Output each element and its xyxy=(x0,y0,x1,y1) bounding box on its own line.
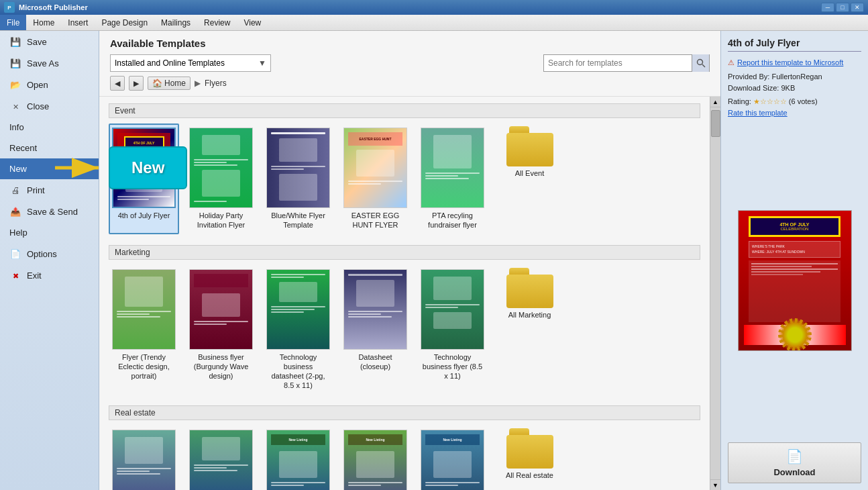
sidebar-item-exit[interactable]: Exit xyxy=(0,264,99,286)
sidebar-item-save[interactable]: Save xyxy=(0,31,99,52)
thumb-multi-simple xyxy=(112,430,176,490)
app-icon: P xyxy=(4,2,15,13)
print-icon xyxy=(9,185,21,195)
template-new-listing-premier[interactable]: New Listing New listing flyer (Premier, … xyxy=(340,426,411,490)
sidebar-label-recent: Recent xyxy=(9,143,37,153)
template-pta[interactable]: PTA recyling fundraiser flyer xyxy=(417,124,488,234)
template-new-listing-arrows[interactable]: New Listing New listing flyer (Arrows, p… xyxy=(417,426,488,490)
section-event: Event xyxy=(109,103,700,118)
thumb-holiday-party xyxy=(189,128,253,208)
scrollbar-up[interactable]: ▲ xyxy=(710,97,721,107)
minimize-button[interactable]: ─ xyxy=(821,3,834,12)
menu-view[interactable]: View xyxy=(237,15,268,30)
back-button[interactable]: ◀ xyxy=(110,76,125,91)
section-marketing: Marketing xyxy=(109,245,700,260)
marketing-grid: Flyer (Trendy Eclectic design, portrait)… xyxy=(109,265,700,395)
exit-icon xyxy=(9,270,21,281)
menu-insert[interactable]: Insert xyxy=(61,15,95,30)
folder-realestate-label: All Real estate xyxy=(506,471,553,479)
sidebar-item-info[interactable]: Info xyxy=(0,117,99,138)
template-easter[interactable]: EASTER EGG HUNT EASTER EGG HUNT FLYER xyxy=(340,124,411,234)
nav-row: ◀ ▶ 🏠 Home ▶ Flyers xyxy=(110,76,710,91)
sidebar-item-options[interactable]: Options xyxy=(0,243,99,264)
search-input[interactable] xyxy=(544,55,692,71)
save-icon xyxy=(9,36,21,47)
sidebar-label-open: Open xyxy=(27,80,48,90)
scrollbar-thumb[interactable] xyxy=(711,110,720,137)
dropdown-value: Installed and Online Templates xyxy=(115,58,225,68)
home-button[interactable]: 🏠 Home xyxy=(148,77,191,90)
rate-template-link[interactable]: Rate this template xyxy=(728,109,788,117)
label-holiday-party: Holiday Party Invitation Flyer xyxy=(190,211,252,230)
scrollbar-down[interactable]: ▼ xyxy=(710,479,721,490)
search-button[interactable] xyxy=(692,54,709,72)
sidebar-label-exit: Exit xyxy=(27,271,42,281)
templates-panel: Available Templates Installed and Online… xyxy=(99,31,720,490)
template-biz-burgundy[interactable]: Business flyer (Burgundy Wave design) xyxy=(186,265,256,395)
sidebar-item-save-as[interactable]: Save As xyxy=(0,52,99,74)
thumb-bluewhite xyxy=(266,128,330,208)
sidebar-label-save-send: Save & Send xyxy=(27,207,78,217)
template-tech-biz-flyer[interactable]: Technology business flyer (8.5 x 11) xyxy=(417,265,488,395)
folder-marketing-icon xyxy=(506,268,553,308)
sidebar-label-save: Save xyxy=(27,37,47,47)
template-tech-datasheet[interactable]: Technology business datasheet (2-pg, 8.5… xyxy=(263,265,333,395)
preview-container: 4TH OF JULY CELEBRATION WHERE'S THE PARK… xyxy=(728,130,861,432)
menu-mailings[interactable]: Mailings xyxy=(154,15,197,30)
template-multi-photo[interactable]: Multiple listing flyer (Photoscope, agen… xyxy=(186,426,256,490)
sidebar-item-close[interactable]: Close xyxy=(0,95,99,117)
template-flyer-trendy[interactable]: Flyer (Trendy Eclectic design, portrait) xyxy=(109,265,179,395)
template-bluewhite[interactable]: Blue/White Flyer Template xyxy=(263,124,333,234)
download-button[interactable]: 📄 Download xyxy=(728,442,861,483)
template-new-listing-elegant[interactable]: New Listing New listing flyer (Elegant, … xyxy=(263,426,333,490)
menu-file[interactable]: File xyxy=(0,15,26,30)
maximize-button[interactable]: □ xyxy=(836,3,849,12)
folder-realestate-icon xyxy=(506,428,553,469)
dropdown-arrow-icon: ▼ xyxy=(258,58,266,68)
thumb-new-listing-elegant: New Listing xyxy=(266,430,330,490)
templates-title: Available Templates xyxy=(110,38,710,49)
thumb-tech-datasheet xyxy=(266,269,330,350)
label-datasheet-closeup: Datasheet (closeup) xyxy=(344,352,406,372)
sidebar-item-help[interactable]: Help xyxy=(0,222,99,243)
templates-content: Event 4TH OF JULY xyxy=(99,97,710,490)
label-bluewhite: Blue/White Flyer Template xyxy=(267,211,329,230)
template-dropdown[interactable]: Installed and Online Templates ▼ xyxy=(110,54,271,72)
toolbar-row: Installed and Online Templates ▼ xyxy=(110,54,710,72)
sidebar-item-save-send[interactable]: Save & Send xyxy=(0,201,99,222)
label-pta: PTA recyling fundraiser flyer xyxy=(421,211,484,230)
label-flyer-trendy: Flyer (Trendy Eclectic design, portrait) xyxy=(113,352,175,381)
close-window-button[interactable]: ✕ xyxy=(851,3,864,12)
sidebar-label-options: Options xyxy=(27,249,57,259)
scrollbar[interactable]: ▲ ▼ xyxy=(710,97,720,490)
svg-line-3 xyxy=(702,64,705,67)
provider-text: Provided By: FullertonRegan xyxy=(728,71,861,83)
stars-display: ★☆☆☆☆ xyxy=(753,96,787,108)
thumb-easter: EASTER EGG HUNT xyxy=(343,128,407,208)
download-size: Download Size: 9KB xyxy=(728,83,861,95)
forward-button[interactable]: ▶ xyxy=(129,76,144,91)
template-holiday-party[interactable]: Holiday Party Invitation Flyer xyxy=(186,124,256,234)
new-tooltip-container: New xyxy=(55,146,187,189)
title-bar-text: Microsoft Publisher xyxy=(19,3,88,11)
report-link[interactable]: Report this template to Microsoft xyxy=(737,57,843,69)
folder-all-event[interactable]: All Event xyxy=(494,124,565,234)
folder-all-realestate[interactable]: All Real estate xyxy=(494,426,565,490)
right-panel-title: 4th of July Flyer xyxy=(728,38,861,48)
menu-home[interactable]: Home xyxy=(26,15,61,30)
preview-thumb: 4TH OF JULY CELEBRATION WHERE'S THE PARK… xyxy=(738,210,852,351)
sidebar-item-open[interactable]: Open xyxy=(0,74,99,95)
label-tech-biz-flyer: Technology business flyer (8.5 x 11) xyxy=(421,352,484,381)
window-controls: ─ □ ✕ xyxy=(821,3,864,12)
event-grid: 4TH OF JULY 4th of July Flyer xyxy=(109,124,700,234)
menu-review[interactable]: Review xyxy=(197,15,237,30)
folder-all-marketing[interactable]: All Marketing xyxy=(494,265,565,395)
thumb-multi-photo xyxy=(189,430,253,490)
template-multi-simple[interactable]: Multiple listing flyer (Simple Divider, xyxy=(109,426,179,490)
report-icon: ⚠ xyxy=(728,57,735,69)
rating-label: Rating: xyxy=(728,96,751,108)
menu-page-design[interactable]: Page Design xyxy=(95,15,154,30)
thumb-pta xyxy=(421,128,484,208)
template-datasheet-closeup[interactable]: Datasheet (closeup) xyxy=(340,265,411,395)
search-icon xyxy=(696,58,706,68)
